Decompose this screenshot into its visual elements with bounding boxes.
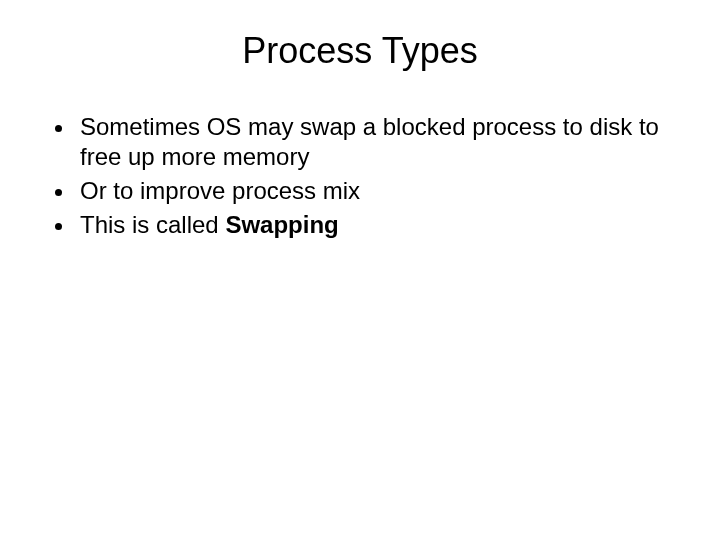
slide: Process Types Sometimes OS may swap a bl… xyxy=(0,0,720,540)
list-item: Sometimes OS may swap a blocked process … xyxy=(76,112,690,172)
list-item: This is called Swapping xyxy=(76,210,690,240)
slide-title: Process Types xyxy=(30,30,690,72)
list-item-bold: Swapping xyxy=(225,211,338,238)
list-item-text: This is called xyxy=(80,211,225,238)
bullet-list: Sometimes OS may swap a blocked process … xyxy=(30,112,690,240)
list-item: Or to improve process mix xyxy=(76,176,690,206)
